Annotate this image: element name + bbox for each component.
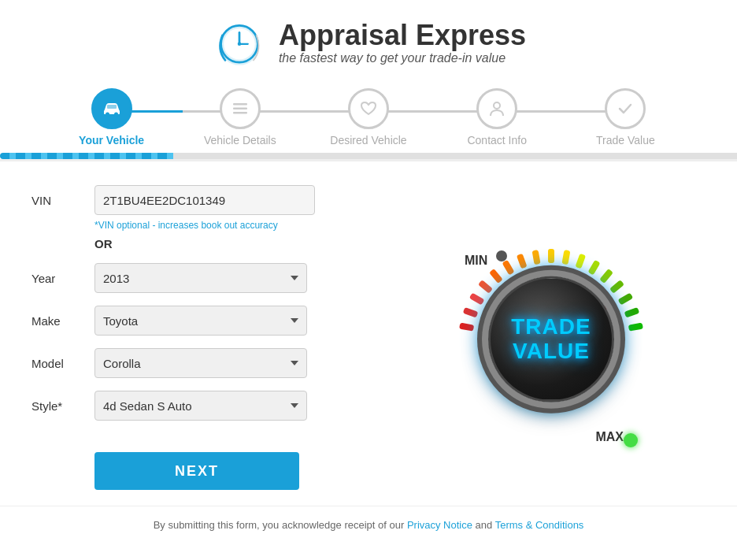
step-vehicle-details[interactable]: Vehicle Details [176, 88, 304, 146]
style-select[interactable]: 4d Sedan S Auto [94, 391, 307, 421]
app-subtitle: the fastest way to get your trade-in val… [279, 51, 526, 65]
footer-text-before: By submitting this form, you acknowledge… [154, 519, 407, 531]
footer-and-text: and [472, 519, 495, 531]
svg-rect-27 [618, 292, 634, 305]
svg-rect-20 [532, 250, 541, 265]
step-circle-desired-vehicle [348, 88, 389, 129]
header-text-block: Appraisal Express the fastest way to get… [279, 20, 526, 65]
svg-rect-19 [517, 253, 528, 269]
privacy-notice-link[interactable]: Privacy Notice [407, 519, 472, 531]
step-circle-vehicle-details [220, 88, 261, 129]
svg-rect-8 [107, 105, 117, 109]
svg-point-7 [114, 113, 118, 117]
step-circle-your-vehicle [91, 88, 132, 129]
or-divider: OR [94, 237, 402, 250]
svg-point-6 [106, 113, 109, 117]
year-row: Year 2013 [31, 263, 402, 293]
app-title: Appraisal Express [279, 20, 526, 51]
svg-rect-14 [463, 306, 479, 317]
steps-container: Your Vehicle Vehicle Details Desired Veh… [0, 80, 737, 161]
step-label-trade-value: Trade Value [596, 134, 655, 146]
svg-rect-24 [588, 259, 601, 275]
svg-rect-25 [599, 269, 613, 284]
step-label-desired-vehicle: Desired Vehicle [330, 134, 406, 146]
model-row: Model Corolla [31, 348, 402, 378]
step-trade-value[interactable]: Trade Value [561, 88, 690, 146]
make-select[interactable]: Toyota [94, 306, 307, 336]
svg-rect-29 [628, 322, 643, 331]
trade-value-knob: TRADE VALUE [488, 276, 614, 402]
svg-rect-18 [502, 259, 515, 275]
svg-rect-10 [233, 108, 247, 110]
svg-point-5 [238, 43, 242, 46]
step-desired-vehicle[interactable]: Desired Vehicle [304, 88, 432, 146]
make-row: Make Toyota [31, 306, 402, 336]
knob-text-line2: VALUE [513, 338, 590, 362]
progress-bar [0, 153, 737, 159]
app-header: Appraisal Express the fastest way to get… [0, 0, 737, 80]
svg-rect-9 [233, 103, 247, 106]
vin-note: *VIN optional - increases book out accur… [94, 220, 402, 231]
svg-rect-22 [561, 250, 570, 265]
step-label-vehicle-details: Vehicle Details [204, 134, 276, 146]
svg-rect-26 [609, 280, 624, 294]
next-button[interactable]: NEXT [94, 452, 299, 490]
svg-rect-13 [459, 322, 474, 331]
vin-input[interactable] [94, 185, 315, 215]
model-label: Model [31, 357, 94, 370]
vin-label: VIN [31, 194, 94, 207]
main-content: VIN *VIN optional - increases book out a… [0, 161, 737, 506]
step-label-your-vehicle: Your Vehicle [79, 134, 144, 146]
knob-text-line1: TRADE [511, 314, 591, 339]
next-button-wrapper: NEXT [31, 433, 402, 490]
year-select[interactable]: 2013 [94, 263, 307, 293]
step-label-contact-info: Contact Info [467, 134, 527, 146]
terms-link[interactable]: Terms & Conditions [495, 519, 584, 531]
svg-rect-28 [624, 306, 640, 317]
svg-rect-16 [478, 280, 493, 294]
logo-clock-icon [211, 14, 268, 71]
max-dot [624, 433, 638, 447]
progress-bar-empty [173, 153, 737, 159]
make-label: Make [31, 314, 94, 328]
steps-row: Your Vehicle Vehicle Details Desired Veh… [0, 88, 737, 146]
step-your-vehicle[interactable]: Your Vehicle [47, 88, 176, 146]
svg-point-12 [494, 102, 500, 109]
vehicle-form: VIN *VIN optional - increases book out a… [31, 185, 402, 490]
min-label: MIN [465, 254, 487, 268]
heart-icon [360, 101, 377, 117]
progress-bar-filled [0, 153, 173, 159]
step-circle-contact-info [476, 88, 517, 129]
trade-value-dial-section: MIN TRADE VALUE MAX [417, 185, 685, 490]
style-label: Style* [31, 399, 94, 413]
step-contact-info[interactable]: Contact Info [433, 88, 561, 146]
step-circle-trade-value [605, 88, 646, 129]
model-select[interactable]: Corolla [94, 348, 307, 378]
footer: By submitting this form, you acknowledge… [0, 506, 737, 539]
style-row: Style* 4d Sedan S Auto [31, 391, 402, 421]
svg-rect-23 [575, 253, 586, 269]
dial-wrapper: MIN TRADE VALUE MAX [433, 216, 669, 468]
svg-rect-21 [548, 249, 554, 263]
list-icon [231, 102, 249, 116]
svg-rect-11 [233, 112, 247, 114]
knob-text: TRADE VALUE [511, 315, 591, 364]
min-dot [496, 250, 507, 261]
year-label: Year [31, 272, 94, 285]
svg-rect-17 [489, 269, 503, 284]
check-icon [617, 100, 634, 117]
max-label: MAX [595, 430, 624, 444]
person-icon [488, 100, 506, 117]
vin-row: VIN [31, 185, 402, 215]
car-icon [102, 100, 122, 117]
svg-rect-15 [469, 292, 485, 305]
